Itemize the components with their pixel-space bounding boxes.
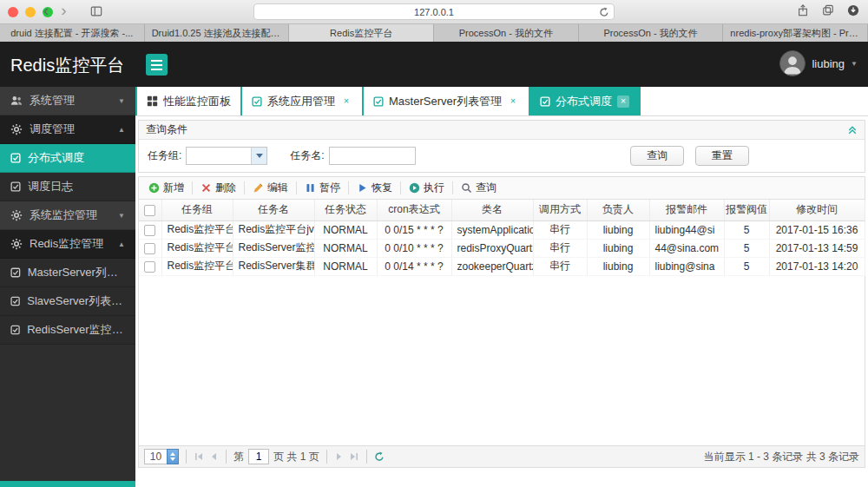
collapse-icon[interactable] — [847, 125, 858, 135]
row-checkbox[interactable] — [144, 243, 155, 254]
column-header[interactable]: 修改时间 — [769, 200, 865, 220]
cell: liubing44@si — [649, 220, 724, 239]
share-icon[interactable] — [797, 4, 809, 20]
sidebar-item-masterserver-list[interactable]: MasterServer列表... — [0, 259, 135, 287]
column-header[interactable]: 报警阀值 — [724, 200, 769, 220]
column-header[interactable]: 任务名 — [233, 200, 314, 220]
table-header-row: 任务组 任务名 任务状态 cron表达式 类名 调用方式 负责人 报警邮件 报警… — [139, 200, 865, 220]
prev-page-icon[interactable] — [208, 451, 219, 462]
back-button[interactable]: ‹ — [43, 1, 49, 20]
user-menu[interactable]: liubing ▼ — [779, 50, 858, 76]
row-checkbox[interactable] — [144, 261, 155, 273]
menu-toggle-button[interactable] — [146, 54, 168, 76]
sidebar-item-distributed-schedule[interactable]: 分布式调度 — [0, 144, 135, 173]
sidebar-item-schedule-log[interactable]: 调度日志 — [0, 173, 135, 201]
cell: liubing — [587, 239, 649, 257]
tab-masterserver-list-management[interactable]: MasterServer列表管理 × — [364, 87, 529, 115]
column-header[interactable]: 调用方式 — [533, 200, 587, 220]
address-bar[interactable]: 127.0.0.1 — [253, 3, 615, 20]
sidebar-toggle-icon[interactable] — [90, 5, 102, 21]
row-checkbox[interactable] — [144, 225, 155, 236]
column-header[interactable]: 负责人 — [587, 200, 649, 220]
cell: liubing@sina — [649, 257, 724, 275]
column-header[interactable]: 报警邮件 — [649, 200, 724, 220]
window-minimize-button[interactable] — [25, 7, 36, 17]
sidebar-item-label: 系统管理 — [30, 93, 75, 109]
run-button[interactable]: 执行 — [403, 179, 450, 198]
chevron-down-icon: ▼ — [118, 212, 125, 220]
chevron-up-icon: ▲ — [118, 126, 125, 134]
table-row[interactable]: Redis监控平台 RedisServer监控 NORMAL 0 0/10 * … — [139, 239, 865, 257]
task-group-select[interactable] — [186, 147, 267, 165]
tab-performance-dashboard[interactable]: 性能监控面板 — [137, 87, 240, 115]
browser-tab-title: druid 连接配置 - 开源搜索 -... — [10, 27, 133, 40]
tab-distributed-schedule[interactable]: 分布式调度 × — [530, 87, 639, 115]
task-name-input[interactable] — [329, 147, 416, 165]
table-row[interactable]: Redis监控平台 RedisServer集群 NORMAL 0 0/14 * … — [139, 257, 865, 275]
sidebar-item-slaveserver-list[interactable]: SlaveServer列表管... — [0, 287, 135, 316]
browser-tab-active[interactable]: Redis监控平台 — [289, 24, 434, 42]
column-header[interactable]: cron表达式 — [377, 200, 451, 220]
browser-tab[interactable]: nredis-proxy部署架构图 - Pro... — [723, 24, 868, 42]
toolbar-label: 编辑 — [267, 181, 288, 195]
run-icon — [409, 182, 420, 194]
cell: 0 0/14 * * * ? — [377, 257, 451, 275]
forward-button[interactable]: › — [61, 1, 66, 20]
pause-button[interactable]: 暂停 — [299, 179, 346, 198]
toolbar-label: 删除 — [215, 181, 236, 195]
cell: 44@sina.com — [649, 239, 724, 257]
sidebar-item-system-management[interactable]: 系统管理 ▼ — [0, 87, 135, 115]
cell: systemApplicatio — [451, 220, 533, 239]
sidebar-item-redis-monitor-management[interactable]: Redis监控管理 ▲ — [0, 230, 135, 259]
column-header[interactable]: 任务状态 — [314, 200, 377, 220]
browser-tab[interactable]: ProcessOn - 我的文件 — [579, 24, 724, 42]
sidebar-item-system-monitor-management[interactable]: 系统监控管理 ▼ — [0, 201, 135, 230]
sidebar-item-label: SlaveServer列表管... — [27, 293, 125, 309]
column-header[interactable]: 任务组 — [161, 200, 233, 220]
close-icon[interactable]: × — [340, 95, 352, 108]
edit-button[interactable]: 编辑 — [247, 179, 294, 198]
sidebar-item-redisserver-log[interactable]: RedisServer监控日... — [0, 316, 135, 345]
resume-button[interactable]: 恢复 — [351, 179, 398, 198]
sidebar-item-label: MasterServer列表... — [28, 265, 125, 280]
cell: NORMAL — [314, 220, 377, 239]
browser-tab[interactable]: ProcessOn - 我的文件 — [434, 24, 579, 42]
first-page-icon[interactable] — [194, 451, 204, 462]
query-panel-title: 查询条件 — [146, 122, 187, 137]
page-number-input[interactable] — [248, 449, 269, 464]
reset-button[interactable]: 重置 — [695, 146, 749, 166]
task-group-input[interactable] — [187, 148, 251, 164]
window-close-button[interactable] — [8, 7, 18, 17]
browser-tab[interactable]: druid 连接配置 - 开源搜索 -... — [0, 24, 145, 42]
cell: 0 0/15 * * * ? — [377, 220, 451, 239]
stepper-icon[interactable] — [167, 449, 179, 464]
sidebar-item-label: 调度管理 — [30, 122, 75, 137]
browser-tab[interactable]: Druid1.0.25 连接池及连接配置... — [145, 24, 290, 42]
last-page-icon[interactable] — [349, 451, 359, 462]
tab-overview-icon[interactable] — [822, 4, 834, 20]
table-row[interactable]: Redis监控平台 Redis监控平台jvm NORMAL 0 0/15 * *… — [139, 220, 865, 239]
query-panel-header: 查询条件 — [139, 121, 865, 140]
reload-icon[interactable] — [599, 7, 609, 19]
resume-icon — [357, 182, 368, 194]
chevron-down-icon[interactable] — [251, 148, 266, 164]
select-all-checkbox[interactable] — [144, 205, 155, 216]
page-size-selector[interactable]: 10 — [144, 449, 179, 464]
downloads-icon[interactable] — [847, 4, 859, 20]
close-icon[interactable]: × — [507, 95, 519, 108]
close-icon[interactable]: × — [617, 95, 629, 108]
plus-icon — [148, 182, 160, 194]
browser-toolbar-right — [797, 4, 859, 20]
column-header[interactable]: 类名 — [451, 200, 533, 220]
screen: ‹ › 127.0.0.1 druid 连接配置 - 开源搜索 -... — [0, 0, 868, 487]
add-button[interactable]: 新增 — [142, 179, 190, 198]
sidebar-item-label: 系统监控管理 — [30, 207, 97, 223]
next-page-icon[interactable] — [334, 451, 345, 462]
toolbar-search-button[interactable]: 查询 — [455, 179, 503, 198]
delete-button[interactable]: 删除 — [194, 179, 242, 198]
sidebar-item-schedule-management[interactable]: 调度管理 ▲ — [0, 115, 135, 144]
chevron-up-icon: ▲ — [118, 240, 125, 248]
refresh-icon[interactable] — [374, 451, 385, 462]
tab-system-app-management[interactable]: 系统应用管理 × — [242, 87, 362, 115]
search-button[interactable]: 查询 — [630, 146, 684, 166]
